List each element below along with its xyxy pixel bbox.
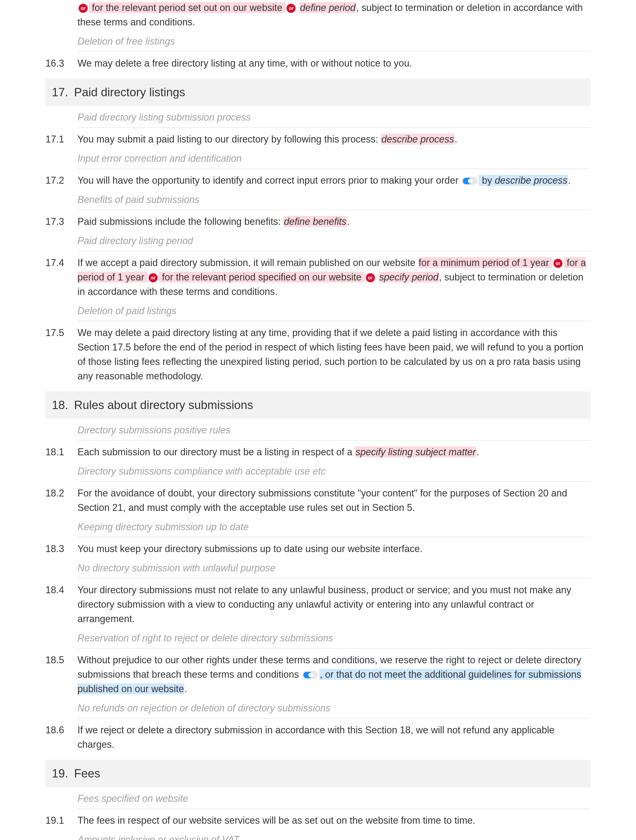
- clause-subheading: Benefits of paid submissions: [77, 191, 590, 210]
- clause-16-3: 16.3 We may delete a free directory list…: [46, 55, 590, 71]
- option-text: for the relevant period specified on our…: [159, 272, 365, 283]
- clause-subheading: Amounts inclusive or exclusive of VAT: [77, 831, 590, 840]
- clause-body: or for the relevant period set out on ou…: [77, 0, 590, 29]
- clause-18-4: 18.4 Your directory submissions must not…: [46, 582, 590, 627]
- clause-number: 18.2: [46, 486, 77, 501]
- document-page: or for the relevant period set out on ou…: [0, 0, 636, 840]
- clause-number: 17.4: [46, 256, 77, 270]
- toggle-icon[interactable]: [302, 671, 318, 679]
- clause-body: Paid submissions include the following b…: [77, 215, 590, 229]
- clause-number: 18.5: [46, 653, 77, 667]
- clause-17-4: 17.4 If we accept a paid directory submi…: [46, 255, 590, 299]
- clause-text: If we accept a paid directory submission…: [77, 257, 418, 268]
- clause-17-5: 17.5 We may delete a paid directory list…: [46, 325, 590, 384]
- or-badge[interactable]: or: [366, 273, 375, 282]
- clause-number: 16.3: [46, 56, 77, 71]
- clause-text: .: [477, 447, 479, 458]
- section-19-heading: 19. Fees: [46, 760, 590, 787]
- clause-subheading: No refunds on rejection or deletion of d…: [77, 699, 590, 718]
- clause-number: 17.3: [46, 215, 77, 229]
- clause-text: .: [455, 134, 457, 145]
- clause-18-5: 18.5 Without prejudice to our other righ…: [46, 652, 590, 697]
- clause-subheading: Fees specified on website: [77, 790, 590, 809]
- clause-number: 18.6: [46, 723, 77, 737]
- optional-text: by describe process: [479, 175, 568, 186]
- clause-subheading: Directory submissions positive rules: [77, 422, 590, 441]
- option-text: for the relevant period set out on our w…: [89, 2, 285, 13]
- clause-body: You must keep your directory submissions…: [77, 542, 590, 556]
- clause-text: .: [347, 216, 350, 227]
- section-title: Paid directory listings: [74, 84, 185, 101]
- clause-body: We may delete a paid directory listing a…: [77, 325, 590, 384]
- clause-number: 19.1: [46, 813, 77, 828]
- fill-placeholder[interactable]: describe process: [381, 134, 455, 145]
- section-title: Fees: [74, 764, 100, 782]
- clause-18-3: 18.3 You must keep your directory submis…: [46, 541, 590, 557]
- fill-placeholder[interactable]: specify period: [379, 272, 439, 283]
- clause-body: If we reject or delete a directory submi…: [77, 723, 590, 752]
- clause-18-1: 18.1 Each submission to our directory mu…: [46, 444, 590, 460]
- clause-subheading: Reservation of right to reject or delete…: [77, 629, 590, 649]
- clause-body: The fees in respect of our website servi…: [77, 813, 590, 828]
- clause-body: If we accept a paid directory submission…: [77, 256, 590, 299]
- clause-text: .: [568, 175, 571, 186]
- clause-subheading: Deletion of free listings: [77, 33, 590, 52]
- clause-subheading: No directory submission with unlawful pu…: [77, 559, 590, 578]
- or-badge[interactable]: or: [79, 4, 88, 13]
- clause-subheading: Directory submissions compliance with ac…: [77, 463, 590, 482]
- clause-number: 18.4: [46, 583, 77, 597]
- clause-19-1: 19.1 The fees in respect of our website …: [46, 813, 590, 828]
- section-number: 17.: [52, 84, 68, 101]
- section-18-heading: 18. Rules about directory submissions: [46, 392, 590, 418]
- clause-subheading: Input error correction and identificatio…: [77, 150, 590, 169]
- clause-17-2: 17.2 You will have the opportunity to id…: [46, 173, 590, 188]
- clause-body: For the avoidance of doubt, your directo…: [77, 486, 590, 515]
- clause-18-2: 18.2 For the avoidance of doubt, your di…: [46, 485, 590, 515]
- fill-placeholder[interactable]: define period: [299, 2, 356, 13]
- clause-number: 17.2: [46, 173, 77, 188]
- option-text: for a minimum period of 1 year: [418, 257, 553, 268]
- clause-subheading: Keeping directory submission up to date: [77, 518, 590, 537]
- section-number: 19.: [52, 764, 68, 782]
- clause-16-fragment: or for the relevant period set out on ou…: [46, 0, 590, 30]
- clause-body: Your directory submissions must not rela…: [77, 583, 590, 626]
- clause-body: Each submission to our directory must be…: [77, 445, 590, 459]
- clause-text: You will have the opportunity to identif…: [77, 175, 461, 186]
- fill-placeholder[interactable]: define benefits: [283, 216, 347, 227]
- section-17-heading: 17. Paid directory listings: [46, 79, 590, 106]
- clause-body: You may submit a paid listing to our dir…: [77, 132, 590, 147]
- fill-placeholder[interactable]: specify listing subject matter: [355, 447, 476, 458]
- section-number: 18.: [52, 396, 68, 414]
- clause-number: 17.1: [46, 132, 77, 147]
- clause-17-3: 17.3 Paid submissions include the follow…: [46, 214, 590, 229]
- toggle-icon[interactable]: [462, 177, 477, 185]
- clause-number: 18.1: [46, 445, 77, 459]
- clause-body: Without prejudice to our other rights un…: [77, 653, 590, 696]
- clause-17-1: 17.1 You may submit a paid listing to ou…: [46, 131, 590, 147]
- clause-text: Paid submissions include the following b…: [77, 216, 283, 227]
- clause-subheading: Deletion of paid listings: [77, 302, 590, 321]
- clause-number: 18.3: [46, 542, 77, 556]
- or-badge[interactable]: or: [149, 273, 157, 282]
- or-badge[interactable]: or: [553, 259, 562, 268]
- clause-number: 17.5: [46, 325, 77, 340]
- or-badge[interactable]: or: [287, 4, 296, 13]
- clause-text: Each submission to our directory must be…: [77, 447, 355, 458]
- clause-text: .: [184, 683, 187, 694]
- clause-body: We may delete a free directory listing a…: [77, 56, 590, 71]
- section-title: Rules about directory submissions: [74, 396, 253, 414]
- clause-text: You may submit a paid listing to our dir…: [77, 134, 381, 145]
- clause-18-6: 18.6 If we reject or delete a directory …: [46, 722, 590, 752]
- fill-placeholder[interactable]: describe process: [494, 175, 567, 186]
- clause-subheading: Paid directory listing submission proces…: [77, 109, 590, 128]
- clause-subheading: Paid directory listing period: [77, 232, 590, 251]
- clause-body: You will have the opportunity to identif…: [77, 173, 590, 188]
